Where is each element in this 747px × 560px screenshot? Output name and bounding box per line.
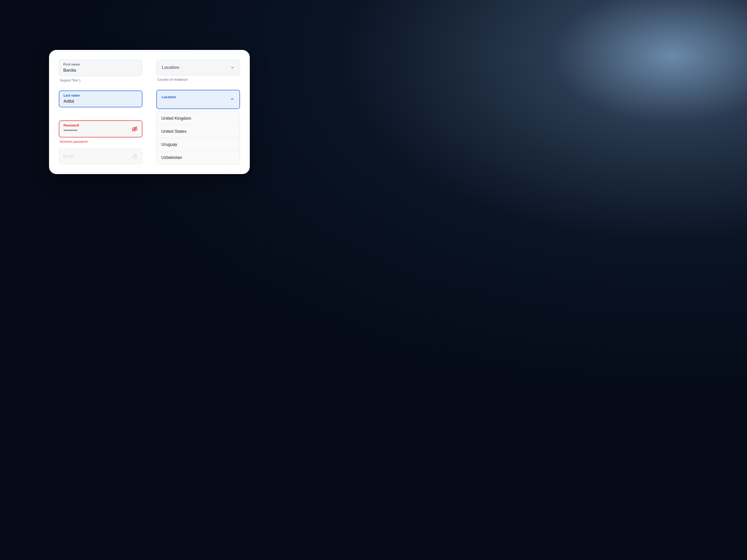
location-options-list: United Kingdom United States Uruguay Uzb… bbox=[156, 112, 240, 164]
location-dropdown-closed[interactable]: Location bbox=[156, 60, 240, 75]
location-closed-label: Location bbox=[162, 64, 179, 71]
password-value: ******** bbox=[63, 128, 138, 134]
first-name-support: Support Text 1 bbox=[59, 78, 143, 82]
list-item[interactable]: United Kingdom bbox=[157, 112, 240, 125]
first-name-field[interactable]: First name Bardia bbox=[59, 60, 143, 76]
list-item[interactable]: Uruguay bbox=[157, 138, 240, 151]
email-label: Email bbox=[63, 154, 138, 159]
password-error-text: Incorrect password bbox=[59, 140, 143, 143]
list-item[interactable]: United States bbox=[157, 125, 240, 138]
first-name-label: First name bbox=[63, 62, 138, 67]
chevron-up-icon bbox=[230, 97, 234, 101]
form-card: First name Bardia Support Text 1 Last na… bbox=[49, 50, 250, 174]
password-field[interactable]: Password ******** bbox=[59, 121, 143, 137]
last-name-value: Adibi bbox=[63, 99, 138, 104]
list-item[interactable]: Uzbekistan bbox=[157, 151, 240, 164]
right-column: Location Country of residence Location U… bbox=[156, 60, 240, 164]
left-column: First name Bardia Support Text 1 Last na… bbox=[59, 60, 143, 164]
svg-rect-2 bbox=[133, 156, 136, 158]
location-open-label: Location bbox=[161, 95, 176, 99]
lock-icon bbox=[132, 153, 138, 159]
location-dropdown-open[interactable]: Location bbox=[156, 90, 240, 109]
email-field: Email bbox=[59, 149, 143, 164]
first-name-value: Bardia bbox=[63, 68, 138, 73]
last-name-label: Last name bbox=[63, 93, 138, 98]
password-label: Password bbox=[63, 123, 138, 128]
location-support: Country of residence bbox=[156, 78, 240, 81]
eye-off-icon[interactable] bbox=[132, 126, 138, 132]
chevron-down-icon bbox=[230, 65, 235, 70]
last-name-field[interactable]: Last name Adibi bbox=[59, 90, 143, 107]
